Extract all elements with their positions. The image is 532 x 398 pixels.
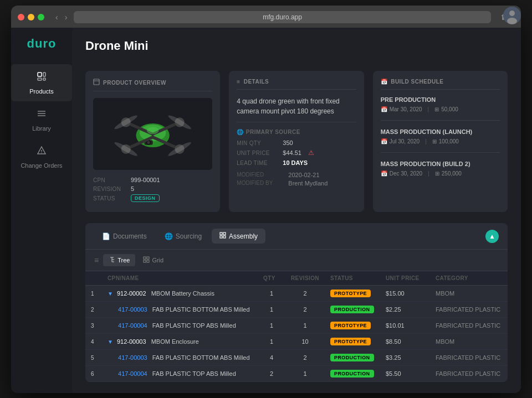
sidebar-item-library[interactable]: Library (11, 101, 72, 138)
details-icon: ≡ (237, 79, 240, 85)
unit-price-label: UNIT PRICE (237, 150, 278, 156)
table-row: 2 417-00003 FAB PLASTIC BOTTOM ABS Mille… (85, 302, 508, 318)
qty-icon-2: ⊞ (435, 170, 439, 177)
build-name-1: MASS PRODUCTION (LAUNCH) (381, 128, 500, 135)
expand-arrow[interactable]: ▼ (108, 339, 113, 345)
min-qty-row: MIN QTY 350 (237, 139, 356, 146)
build-meta-1: 📅 Jul 30, 2020 | ⊞ 100,000 (381, 138, 500, 144)
build-schedule-title: BUILD SCHEDULE (391, 79, 443, 85)
status-badge-1: PRODUCTION (330, 306, 374, 313)
row-revision-2: 1 (285, 318, 325, 334)
cpn-0: 912-00002 (117, 290, 146, 297)
status-badge-3: PROTOTYPE (330, 338, 371, 345)
svg-rect-41 (144, 257, 146, 259)
cards-row: PRODUCT OVERVIEW (85, 71, 508, 212)
cpn-2[interactable]: 417-00004 (118, 322, 147, 329)
status-label: STATUS (93, 195, 126, 201)
revision-value: 5 (131, 185, 134, 192)
cpn-label: CPN (93, 177, 126, 183)
details-card: ≡ DETAILS 4 quad drone green with front … (229, 71, 364, 212)
sourcing-tab-icon: 🌐 (165, 232, 173, 240)
table-header-row: CPN/NAME QTY REVISION STATUS UNIT PRICE … (85, 271, 508, 286)
row-cpn-name-1: 417-00003 FAB PLASTIC BOTTOM ABS Milled (102, 302, 258, 318)
sidebar: duro Products (11, 28, 72, 393)
minimize-button[interactable] (28, 14, 34, 20)
build-qty-0: ⊞ 50,000 (434, 106, 458, 112)
row-status-1: PRODUCTION (325, 302, 380, 318)
modified-by-row: MODIFIED BY Brent Mydland (237, 180, 356, 187)
tab-sourcing[interactable]: 🌐 Sourcing (157, 229, 209, 244)
traffic-lights (18, 14, 44, 20)
min-qty-label: MIN QTY (237, 140, 278, 146)
tab-assembly[interactable]: Assembly (212, 229, 265, 244)
row-status-5: PRODUCTION (325, 366, 380, 382)
build-name-0: PRE PRODUCTION (381, 96, 500, 103)
name-4: FAB PLASTIC BOTTOM ABS Milled (152, 354, 250, 361)
lead-time-label: LEAD TIME (237, 160, 278, 166)
app-logo: duro (27, 37, 57, 51)
app-header: Drone Mini (85, 39, 508, 62)
sourcing-tab-label: Sourcing (176, 232, 202, 240)
browser-nav: ‹ › (53, 12, 69, 23)
cpn-4[interactable]: 417-00003 (118, 354, 147, 361)
name-2: FAB PLASTIC TOP ABS Milled (152, 322, 236, 329)
status-badge-4: PRODUCTION (330, 354, 374, 361)
sub-tab-grid[interactable]: Grid (137, 254, 169, 266)
row-qty-3: 1 (258, 334, 285, 350)
build-date-1: 📅 Jul 30, 2020 (381, 138, 420, 144)
tab-documents[interactable]: 📄 Documents (94, 229, 155, 244)
modified-row: MODIFIED 2020-02-21 (237, 172, 356, 178)
cpn-1[interactable]: 417-00003 (118, 306, 147, 313)
close-button[interactable] (18, 14, 24, 20)
row-cpn-name-3: ▼ 912-00003 MBOM Enclosure (102, 334, 258, 350)
back-button[interactable]: ‹ (53, 12, 60, 23)
row-price-5: $5.50 (380, 366, 430, 382)
row-num-0: 1 (85, 286, 102, 302)
status-badge-2: PROTOTYPE (330, 322, 371, 329)
cpn-3: 912-00003 (117, 338, 146, 345)
row-cpn-name-0: ▼ 912-00002 MBOM Battery Chassis (102, 286, 258, 302)
build-qty-1: ⊞ 100,000 (432, 138, 459, 144)
sidebar-item-products-label: Products (29, 88, 53, 95)
fullscreen-button[interactable] (38, 14, 44, 20)
row-category-1: FABRICATED PLASTIC (430, 302, 508, 318)
name-5: FAB PLASTIC TOP ABS Milled (152, 370, 236, 377)
address-bar[interactable] (74, 11, 490, 23)
row-num-2: 3 (85, 318, 102, 334)
row-category-5: FABRICATED PLASTIC (430, 366, 508, 382)
name-0: MBOM Battery Chassis (151, 290, 214, 297)
table-head: CPN/NAME QTY REVISION STATUS UNIT PRICE … (85, 271, 508, 286)
row-revision-3: 10 (285, 334, 325, 350)
sub-tab-tree[interactable]: Tree (103, 254, 135, 266)
cpn-value: 999-00001 (131, 177, 160, 183)
row-num-4: 5 (85, 350, 102, 366)
row-qty-1: 1 (258, 302, 285, 318)
table-row: 1 ▼ 912-00002 MBOM Battery Chassis 1 2 P… (85, 286, 508, 302)
table-body: 1 ▼ 912-00002 MBOM Battery Chassis 1 2 P… (85, 286, 508, 382)
expand-arrow[interactable]: ▼ (108, 291, 113, 297)
row-price-0: $15.00 (380, 286, 430, 302)
unit-price-row: UNIT PRICE $44.51 ⚠ (237, 149, 356, 157)
svg-point-19 (147, 141, 150, 143)
modified-section: MODIFIED 2020-02-21 MODIFIED BY Brent My… (237, 172, 356, 187)
status-badge-0: PROTOTYPE (330, 290, 371, 297)
hamburger-icon: ≡ (94, 256, 99, 265)
svg-rect-44 (147, 260, 149, 262)
qty-icon-0: ⊞ (434, 106, 439, 112)
row-revision-4: 2 (285, 350, 325, 366)
tree-sub-icon (109, 256, 115, 264)
price-warning-icon: ⚠ (308, 149, 314, 157)
forward-button[interactable]: › (63, 12, 70, 23)
sidebar-item-products[interactable]: Products (11, 64, 72, 101)
row-num-3: 4 (85, 334, 102, 350)
cpn-5[interactable]: 417-00004 (118, 370, 147, 377)
sidebar-item-change-orders[interactable]: Change Orders (11, 138, 72, 175)
app-body: duro Products (11, 28, 521, 393)
modified-label: MODIFIED (237, 172, 284, 178)
sidebar-item-change-orders-label: Change Orders (21, 162, 62, 169)
expand-button[interactable]: ▲ (485, 230, 499, 243)
build-qty-2: ⊞ 250,000 (435, 170, 462, 177)
row-qty-4: 4 (258, 350, 285, 366)
product-meta: CPN 999-00001 REVISION 5 STATUS DESIGN (93, 177, 212, 202)
sidebar-item-library-label: Library (32, 125, 51, 132)
